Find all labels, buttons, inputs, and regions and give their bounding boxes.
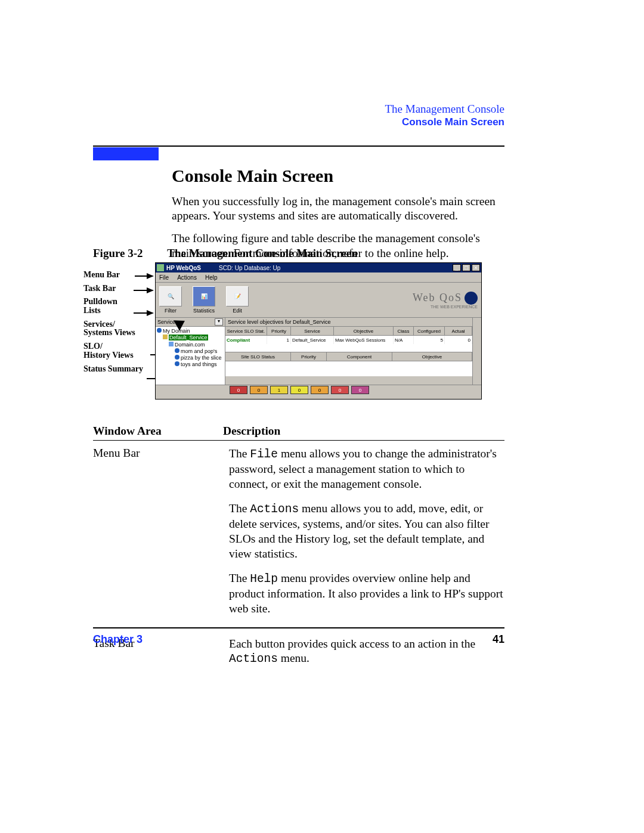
tree-pane: Services ▾ My Domain Default_Service Dom… xyxy=(156,318,225,385)
col-configured[interactable]: Configured xyxy=(414,327,445,335)
col-service[interactable]: Service xyxy=(291,327,334,335)
top-rule xyxy=(93,145,504,147)
tree-pulldown[interactable]: Services ▾ xyxy=(156,318,225,327)
window-buttons: _ □ × xyxy=(453,264,480,271)
tree-body: My Domain Default_Service Domain.com mom… xyxy=(156,327,225,370)
code-text: Help xyxy=(250,572,278,586)
tree-domain[interactable]: Domain.com xyxy=(157,342,224,348)
tree-site[interactable]: toys and things xyxy=(157,361,224,368)
text: The xyxy=(229,502,250,515)
col-class[interactable]: Class xyxy=(394,327,414,335)
cell-service: Default_Service xyxy=(291,336,334,344)
cell-priority: 1 xyxy=(267,336,291,344)
col-actual[interactable]: Actual xyxy=(445,327,472,335)
toolbar-filter-button[interactable]: 🔍 Filter xyxy=(159,286,182,314)
scrollbar[interactable] xyxy=(472,318,481,385)
callout-status-summary: Status Summary xyxy=(83,365,155,374)
figure-label: Figure 3-2 xyxy=(93,247,143,260)
top-grid: Service SLO Stat. Priority Service Objec… xyxy=(225,327,472,352)
tree-site[interactable]: pizza by the slice xyxy=(157,355,224,361)
logo-text: Web QoS xyxy=(413,292,462,304)
menubar: File Actions Help xyxy=(156,272,481,283)
page-footer: Chapter 3 41 xyxy=(93,633,504,646)
running-section: Console Main Screen xyxy=(385,116,504,128)
chevron-down-icon: ▾ xyxy=(215,318,223,326)
col-component[interactable]: Component xyxy=(327,352,392,361)
desc-para: The Help menu provides overview online h… xyxy=(229,571,504,617)
cell-window-area: Menu Bar xyxy=(93,447,229,626)
callout-services-systems: Services/ Systems Views xyxy=(83,320,155,337)
tree-root[interactable]: My Domain xyxy=(157,328,224,335)
logo-tagline: THE WEB EXPERIENCE xyxy=(413,305,478,309)
cell-slo: Compliant xyxy=(225,336,267,344)
minimize-button[interactable]: _ xyxy=(453,264,461,271)
status-block-orange2[interactable]: 0 xyxy=(311,386,329,394)
figure-screenshot-area: Menu Bar Task Bar Pulldown Lists Service… xyxy=(83,262,504,400)
col-priority[interactable]: Priority xyxy=(267,327,291,335)
toolbar-statistics-button[interactable]: 📊 Statistics xyxy=(193,286,215,314)
col-slo[interactable]: Service SLO Stat. xyxy=(225,327,267,335)
toolbar-edit-button[interactable]: 📝 Edit xyxy=(226,286,249,314)
tree-site-label: mom and pop's xyxy=(181,348,217,354)
code-text: Actions xyxy=(229,652,278,665)
figure-caption-row: Figure 3-2 The Management Console Main S… xyxy=(93,247,504,260)
page-title: Console Main Screen xyxy=(172,165,504,187)
bottom-grid: Site SLO Status Priority Component Objec… xyxy=(225,352,472,376)
site-icon xyxy=(175,355,179,360)
col-site-status[interactable]: Site SLO Status xyxy=(225,352,291,361)
top-grid-caption: Service level objectives for Default_Ser… xyxy=(225,318,472,327)
domain-icon xyxy=(169,342,174,346)
status-summary-row: 0 0 1 0 0 0 0 xyxy=(156,385,481,395)
th-description: Description xyxy=(223,425,504,438)
window-title: HP WebQoS xyxy=(166,265,201,271)
footer-rule xyxy=(93,627,504,628)
cell-actual: 0 xyxy=(445,336,472,344)
menu-actions[interactable]: Actions xyxy=(177,274,197,281)
tree-selected[interactable]: Default_Service xyxy=(157,335,224,341)
arrow-icon xyxy=(135,273,154,279)
col-objective2[interactable]: Objective xyxy=(392,352,472,361)
maximize-button[interactable]: □ xyxy=(462,264,470,271)
col-objective[interactable]: Objective xyxy=(334,327,394,335)
status-block-red[interactable]: 0 xyxy=(230,386,247,394)
app-icon xyxy=(157,264,164,271)
menu-file[interactable]: File xyxy=(159,274,169,281)
callout-slo-history: SLO/ History Views xyxy=(83,342,155,360)
cell-objective: Max WebQoS Sessions xyxy=(334,336,394,344)
text: The xyxy=(229,447,250,460)
close-button[interactable]: × xyxy=(472,264,480,271)
page: The Management Console Console Main Scre… xyxy=(0,0,644,833)
footer-chapter: Chapter 3 xyxy=(93,633,143,646)
top-grid-row[interactable]: Compliant 1 Default_Service Max WebQoS S… xyxy=(225,336,472,344)
tree-selected-label: Default_Service xyxy=(169,335,208,340)
text: menu. xyxy=(278,652,309,664)
status-block-orange[interactable]: 0 xyxy=(250,386,268,394)
cell-configured: 5 xyxy=(414,336,445,344)
app-window: HP WebQoS SCD: Up Database: Up _ □ × Fil… xyxy=(155,262,482,400)
status-block-magenta[interactable]: 0 xyxy=(351,386,369,394)
description-table: Window Area Description Menu Bar The Fil… xyxy=(93,425,504,687)
tree-site[interactable]: mom and pop's xyxy=(157,348,224,355)
code-text: File xyxy=(250,448,278,461)
cell-class: N/A xyxy=(394,336,414,344)
cell-description: The File menu allows you to change the a… xyxy=(229,447,504,626)
text: The xyxy=(229,572,250,584)
status-block-yellow2[interactable]: 0 xyxy=(290,386,308,394)
table-row: Menu Bar The File menu allows you to cha… xyxy=(93,447,504,626)
desc-para: The Actions menu allows you to add, move… xyxy=(229,501,504,562)
status-block-red2[interactable]: 0 xyxy=(331,386,349,394)
filter-icon: 🔍 xyxy=(159,286,182,306)
running-head: The Management Console Console Main Scre… xyxy=(385,103,504,128)
logo-orb-icon xyxy=(465,292,478,305)
toolbar-statistics-label: Statistics xyxy=(193,308,215,314)
menu-help[interactable]: Help xyxy=(205,274,218,281)
arrow-icon xyxy=(134,287,154,293)
col-priority2[interactable]: Priority xyxy=(291,352,327,361)
toolbar-edit-label: Edit xyxy=(233,308,242,314)
top-grid-header: Service SLO Stat. Priority Service Objec… xyxy=(225,327,472,336)
status-block-yellow[interactable]: 1 xyxy=(270,386,288,394)
main-panes: Services ▾ My Domain Default_Service Dom… xyxy=(156,318,481,385)
running-chapter: The Management Console xyxy=(385,103,504,116)
edit-icon: 📝 xyxy=(226,286,249,306)
window-status: SCD: Up Database: Up xyxy=(219,265,453,271)
